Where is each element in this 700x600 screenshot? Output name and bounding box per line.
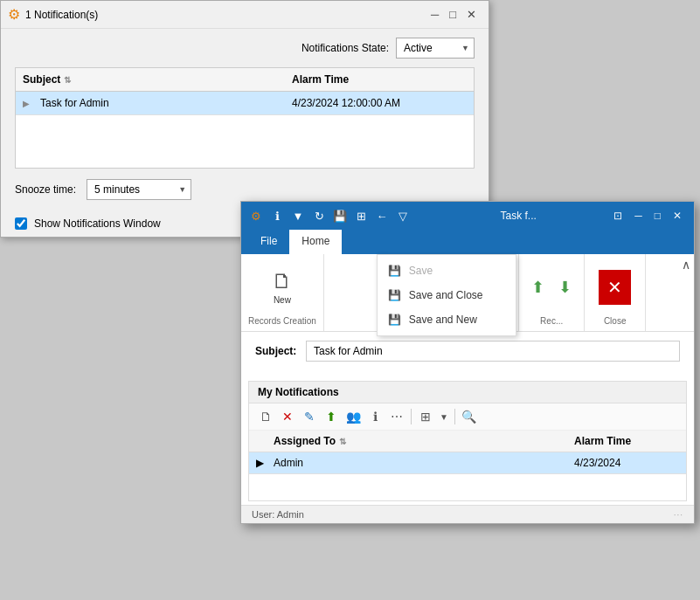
rec-export-btn[interactable]: ⬆ [526,274,550,300]
status-dots: ··· [674,510,683,520]
task-info-icon[interactable]: ℹ [269,208,285,224]
new-icon: 🗋 [272,269,293,293]
tool-dropdown-arrow: ▼ [438,410,450,424]
save-menu-label: Save [409,265,433,277]
save-menu-icon: 💾 [388,264,402,278]
ribbon-group-save-container: 💾 Save 💾 Save and Close 💾 Save and New S… [324,254,394,331]
snooze-select[interactable]: 1 minute 5 minutes 10 minutes 15 minutes… [87,179,191,200]
notif-tool-more-btn[interactable]: ⋯ [387,407,406,426]
notif-tool-edit-btn[interactable]: ✎ [300,407,319,426]
save-dropdown-menu: 💾 Save 💾 Save and Close 💾 Save and New [377,254,516,336]
col-subject-header: Subject ⇅ [23,73,292,86]
ribbon-group-records-creation: 🗋 New Records Creation [241,254,324,331]
tab-file[interactable]: File [248,230,289,254]
task-nav-back-icon[interactable]: ▼ [290,208,306,224]
close-button-icon: ✕ [607,277,622,298]
notif-tool-info-btn[interactable]: ℹ [365,407,385,426]
my-notif-table-row[interactable]: ▶ Admin 4/23/2024 [249,452,686,474]
mn-assigned-header: Assigned To ⇅ [274,435,574,447]
task-dropdown-icon[interactable]: ▽ [395,208,411,224]
tool-separator [411,409,412,424]
save-new-label: Save and New [409,314,477,326]
subject-row: Subject: [255,341,680,362]
notif-close-button[interactable]: ✕ [461,6,482,23]
notif-tool-delete-btn[interactable]: ✕ [278,407,297,426]
records-creation-btns: 🗋 New [265,259,300,314]
save-close-menu-item[interactable]: 💾 Save and Close [378,283,516,307]
mn-row-expand-icon[interactable]: ▶ [256,457,274,469]
task-window: ⚙ ℹ ▼ ↻ 💾 ⊞ ← ▽ Task f... ⊡ ─ □ ✕ File H… [240,201,695,524]
notif-state-bar: Notifications State: Active Inactive [1,29,489,67]
task-minimize-button[interactable]: ─ [629,208,648,224]
save-new-icon: 💾 [388,313,402,327]
my-notifications-header: My Notifications [249,382,686,403]
ribbon-group-close: ✕ Close [585,254,646,331]
notif-tool-grid-btn[interactable]: ⊞ [416,407,435,426]
tab-home[interactable]: Home [289,230,342,254]
notif-minimize-button[interactable]: ─ [426,6,444,23]
subject-label: Subject: [255,345,299,357]
ribbon-tabs: File Home [241,230,694,254]
ribbon-collapse-button[interactable]: ∧ [682,258,690,272]
save-menu-item: 💾 Save [378,259,516,283]
task-save-icon[interactable]: 💾 [332,208,348,224]
notif-titlebar: ⚙ 1 Notification(s) ─ □ ✕ [1,1,489,29]
my-notif-empty [249,474,686,500]
tool-dropdown-btn[interactable]: ▼ [438,410,450,424]
notif-table: Subject ⇅ Alarm Time ▶ Task for Admin 4/… [15,67,475,169]
status-user: User: Admin [252,509,304,520]
task-restore-button[interactable]: □ [649,208,666,224]
notif-tool-new-btn[interactable]: 🗋 [256,407,275,426]
my-notifications-toolbar: 🗋 ✕ ✎ ⬆ 👥 ℹ ⋯ ⊞ ▼ 🔍 [249,403,686,431]
save-close-icon: 💾 [388,288,402,302]
records-creation-label: Records Creation [248,316,316,326]
task-fullscreen-button[interactable]: ⊡ [608,208,627,224]
subject-input[interactable] [306,341,680,362]
show-notif-label: Show Notifications Window [34,217,161,230]
save-close-label: Save and Close [409,289,483,301]
task-statusbar: User: Admin ··· [241,505,694,523]
notif-table-empty [16,115,474,168]
row-alarm: 4/23/2024 12:00:00 AM [292,97,467,109]
notif-tool-people-btn[interactable]: 👥 [343,407,363,426]
notif-table-row[interactable]: ▶ Task for Admin 4/23/2024 12:00:00 AM [16,92,474,115]
task-toolbar-icons: ⚙ ℹ ▼ ↻ 💾 ⊞ ← ▽ [248,208,428,224]
notif-tool-export-btn[interactable]: ⬆ [322,407,341,426]
task-grid-icon[interactable]: ⊞ [353,208,369,224]
close-button[interactable]: ✕ [599,270,631,305]
state-dropdown-wrapper: Active Inactive [396,38,475,59]
rec-group-label: Rec... [540,316,563,326]
notif-title-icon: ⚙ [8,6,20,23]
notif-maximize-button[interactable]: □ [444,6,461,23]
state-dropdown[interactable]: Active Inactive [396,38,475,59]
mn-alarm-header: Alarm Time [574,435,679,447]
ribbon-content: 🗋 New Records Creation 💾 Save 💾 Save and… [241,254,694,332]
task-close-button[interactable]: ✕ [668,208,687,224]
task-back-icon[interactable]: ← [374,208,390,224]
my-notifications-table: Assigned To ⇅ Alarm Time ▶ Admin 4/23/20… [249,431,686,474]
save-new-menu-item[interactable]: 💾 Save and New [378,307,516,332]
notif-title-text: 1 Notification(s) [25,9,426,21]
mn-row-assigned: Admin [274,457,574,469]
row-expand-icon[interactable]: ▶ [23,99,40,108]
rec-import-btn[interactable]: ⬇ [553,274,577,300]
my-notif-col-headers: Assigned To ⇅ Alarm Time [249,431,686,452]
task-refresh-icon[interactable]: ↻ [311,208,327,224]
mn-row-alarm: 4/23/2024 [574,457,679,469]
rec-import-icon: ⬇ [558,278,572,297]
task-title-text: Task f... [428,210,608,222]
new-button[interactable]: 🗋 New [265,266,300,308]
notif-table-header: Subject ⇅ Alarm Time [16,68,474,92]
my-notifications-section: My Notifications 🗋 ✕ ✎ ⬆ 👥 ℹ ⋯ ⊞ ▼ 🔍 Ass… [248,381,687,501]
close-group-label: Close [604,316,627,326]
row-subject: Task for Admin [40,97,292,109]
snooze-select-wrapper: 1 minute 5 minutes 10 minutes 15 minutes… [87,179,191,200]
snooze-label: Snooze time: [15,183,76,196]
notif-tool-search-btn[interactable]: 🔍 [460,407,479,426]
state-label: Notifications State: [301,42,389,54]
show-notif-checkbox[interactable] [15,217,27,230]
task-form: Subject: [241,332,694,377]
task-win-buttons: ⊡ ─ □ ✕ [608,208,687,224]
mn-sort-icon: ⇅ [339,437,346,446]
task-titlebar: ⚙ ℹ ▼ ↻ 💾 ⊞ ← ▽ Task f... ⊡ ─ □ ✕ [241,202,694,230]
